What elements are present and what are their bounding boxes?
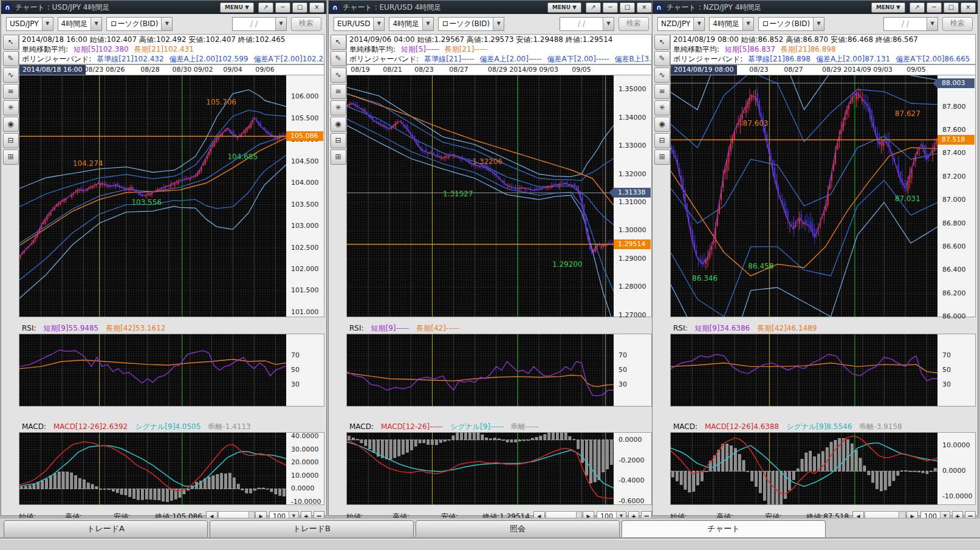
scale-icon[interactable]: ≡ — [3, 84, 19, 99]
axis-tick: 87.000 — [942, 196, 966, 204]
main-chart: 1.322061.315271.29200 1.350001.340001.33… — [346, 75, 652, 317]
eye-icon[interactable]: ◉ — [3, 117, 19, 132]
sma-short-value: 短期[5]102.380 — [74, 44, 129, 54]
popout-icon[interactable]: ↗ — [258, 2, 273, 13]
chevron-down-icon[interactable]: ▼ — [422, 18, 433, 30]
search-button[interactable]: 検索 — [942, 17, 973, 31]
save-grid-icon[interactable]: ⊞ — [331, 150, 346, 165]
chevron-down-icon[interactable]: ▼ — [161, 18, 172, 30]
menu-button[interactable]: MENU ▼ — [547, 2, 581, 13]
date-input[interactable]: / / ▼ — [232, 17, 287, 31]
pair-select[interactable]: USD/JPY ▼ — [6, 17, 53, 31]
chevron-down-icon[interactable]: ▼ — [813, 18, 824, 30]
popout-icon[interactable]: ↗ — [910, 2, 925, 13]
chevron-down-icon[interactable]: ▼ — [373, 18, 384, 30]
pair-select[interactable]: NZD/JPY ▼ — [657, 17, 705, 31]
quote-info: 2014/08/19 08:00 始値:86.852 高値:86.870 安値:… — [670, 34, 976, 64]
taskbar-tab-1[interactable]: トレードA — [4, 520, 208, 538]
candlestick-plot[interactable]: 105.706104.274104.685103.556 — [19, 75, 286, 317]
indicator-icon[interactable]: ∿ — [654, 67, 670, 83]
quote-info: 2014/08/18 16:00 始値:102.407 高値:102.492 安… — [19, 34, 324, 64]
axis-tick: 50 — [942, 366, 951, 374]
taskbar-tab-4[interactable]: チャート — [622, 520, 826, 538]
date-input[interactable]: / / ▼ — [560, 17, 614, 31]
timeframe-select[interactable]: 4時間足 ▼ — [389, 17, 434, 31]
popout-icon[interactable]: ↗ — [586, 2, 601, 13]
chart-type-select[interactable]: ローソク(BID) ▼ — [438, 17, 504, 31]
search-button[interactable]: 検索 — [291, 17, 321, 31]
chevron-down-icon[interactable]: ▼ — [91, 18, 101, 30]
date-input[interactable]: / / ▼ — [883, 17, 938, 31]
cursor-icon[interactable]: ↖ — [654, 35, 670, 50]
maximize-icon[interactable]: □ — [292, 2, 307, 13]
eye-icon[interactable]: ◉ — [654, 117, 670, 132]
marks-icon[interactable]: ✳ — [331, 100, 346, 115]
pencil-icon[interactable]: ✎ — [331, 51, 346, 66]
close-icon[interactable]: × — [309, 2, 324, 13]
minimize-icon[interactable]: ─ — [603, 2, 618, 13]
rsi-plot[interactable] — [347, 334, 614, 406]
axis-tick: 70 — [942, 351, 951, 359]
macd-plot[interactable] — [19, 433, 286, 504]
taskbar-tab-2[interactable]: トレードB — [210, 520, 414, 538]
date-tick: 08/23 — [749, 65, 769, 74]
chevron-down-icon[interactable]: ▼ — [603, 18, 614, 30]
save-grid-icon[interactable]: ⊞ — [654, 150, 670, 165]
pair-select[interactable]: EUR/USD ▼ — [334, 17, 385, 31]
search-button[interactable]: 検索 — [618, 17, 649, 31]
printer-icon[interactable]: ⊟ — [331, 133, 346, 148]
marks-icon[interactable]: ✳ — [654, 100, 670, 115]
menu-button[interactable]: MENU ▼ — [871, 2, 905, 13]
indicator-icon[interactable]: ∿ — [3, 67, 19, 83]
chevron-down-icon[interactable]: ▼ — [693, 18, 704, 30]
marks-icon[interactable]: ✳ — [3, 100, 19, 115]
chevron-down-icon[interactable]: ▼ — [742, 18, 753, 30]
minimize-icon[interactable]: ─ — [275, 2, 290, 13]
chevron-down-icon[interactable]: ▼ — [42, 18, 53, 30]
printer-icon[interactable]: ⊟ — [3, 133, 19, 148]
rsi-plot[interactable] — [671, 334, 937, 406]
pencil-icon[interactable]: ✎ — [3, 51, 19, 66]
axis-tick: 10.0000 — [291, 472, 319, 480]
cursor-icon[interactable]: ↖ — [3, 35, 19, 50]
indicator-icon[interactable]: ∿ — [331, 67, 346, 83]
cursor-icon[interactable]: ↖ — [331, 35, 346, 50]
chevron-down-icon[interactable]: ▼ — [275, 18, 286, 30]
scale-icon[interactable]: ≡ — [654, 84, 670, 99]
macd-plot[interactable] — [671, 433, 937, 504]
maximize-icon[interactable]: □ — [944, 2, 959, 13]
minimize-icon[interactable]: ─ — [927, 2, 942, 13]
rsi-long-value: 長期[42]----- — [416, 323, 459, 334]
pencil-icon[interactable]: ✎ — [654, 51, 670, 66]
taskbar-tab-3[interactable]: 照会 — [416, 520, 620, 538]
rsi-plot[interactable] — [19, 334, 286, 406]
chart-type-select[interactable]: ローソク(BID) ▼ — [106, 17, 173, 31]
macd-header: MACD: MACD[12-26]----- シグナル[9]----- 乖離--… — [346, 422, 652, 432]
axis-tick: -10.0000 — [942, 492, 972, 500]
menu-button[interactable]: MENU ▼ — [220, 2, 254, 13]
close-icon[interactable]: × — [637, 2, 652, 13]
candlestick-plot[interactable]: 1.322061.315271.29200 — [347, 75, 614, 317]
scale-icon[interactable]: ≡ — [331, 84, 346, 99]
title-bar[interactable]: ∩ チャート : USD/JPY 4時間足 MENU ▼ ↗ ─ □ × — [1, 1, 326, 14]
save-grid-icon[interactable]: ⊞ — [3, 150, 19, 165]
eye-icon[interactable]: ◉ — [331, 117, 346, 132]
timeframe-select[interactable]: 4時間足 ▼ — [709, 17, 754, 31]
date-tick: 08/30 09/02 — [173, 65, 213, 74]
chevron-down-icon[interactable]: ▼ — [493, 18, 504, 30]
title-bar[interactable]: ∩ チャート : EUR/USD 4時間足 MENU ▼ ↗ ─ □ × — [329, 1, 654, 14]
chevron-down-icon[interactable]: ▼ — [927, 18, 937, 30]
timeframe-select[interactable]: 4時間足 ▼ — [58, 17, 103, 31]
rsi-axis: 705030 — [614, 334, 651, 406]
close-icon[interactable]: × — [961, 2, 976, 13]
maximize-icon[interactable]: □ — [620, 2, 635, 13]
chart-type-select[interactable]: ローソク(BID) ▼ — [758, 17, 824, 31]
macd-plot[interactable] — [347, 433, 614, 504]
sma-long-value: 長期[21]102.431 — [134, 44, 194, 54]
axis-tick: 70 — [291, 351, 300, 359]
candlestick-plot[interactable]: 87.60387.62787.03186.45886.346 — [671, 75, 937, 317]
printer-icon[interactable]: ⊟ — [654, 133, 670, 148]
axis-tick: 1.29000 — [618, 255, 646, 263]
title-bar[interactable]: ∩ チャート : NZD/JPY 4時間足 MENU ▼ ↗ ─ □ × — [653, 1, 978, 14]
window-title: チャート : NZD/JPY 4時間足 — [666, 2, 871, 13]
